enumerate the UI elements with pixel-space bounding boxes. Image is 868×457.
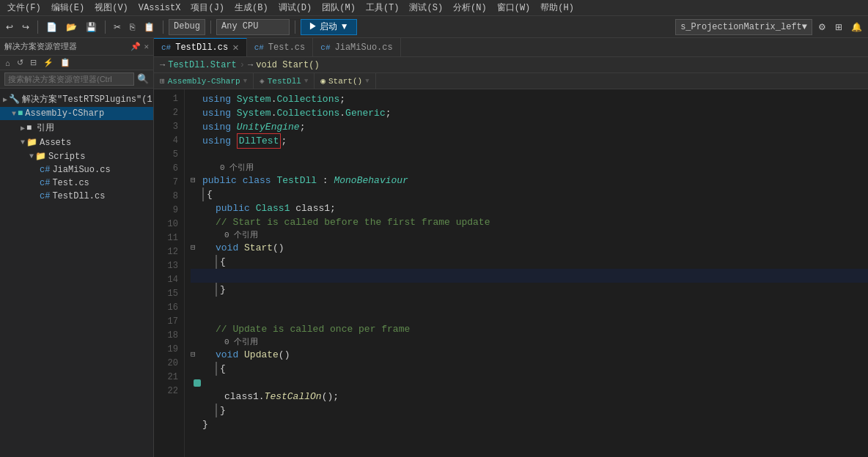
- code-line-6: ⊟ public class TestDll : MonoBehaviour: [191, 174, 868, 187]
- toolbar: ↩ ↪ 📄 📂 💾 ✂ ⎘ 📋 Debug Any CPU ▶ 启动 ▼ s_P…: [0, 16, 868, 38]
- code-line-11: {: [191, 255, 868, 269]
- scope-class[interactable]: ◈ TestDll ▼: [254, 73, 315, 89]
- menu-item-view[interactable]: 视图(V): [90, 0, 133, 15]
- tab-jiamisuo[interactable]: c# JiaMiSuo.cs: [313, 38, 400, 56]
- breadcrumb-arrow1: →: [160, 60, 165, 70]
- code-line-14: [191, 297, 868, 311]
- toolbar-right: s_ProjectionMatrix_left ▼ ⚙ ⊞ 🔔: [675, 19, 865, 35]
- code-editor: 1 2 3 4 5 6 7 8 9 10 11 12 13 14 15 16 1…: [154, 89, 868, 457]
- layout-button[interactable]: ⊞: [832, 21, 845, 34]
- method-icon: ◉: [320, 76, 326, 86]
- redo-button[interactable]: ↪: [19, 21, 32, 34]
- code-line-17: {: [191, 362, 868, 376]
- toolbar-sep-4: [210, 21, 211, 34]
- menu-item-help[interactable]: 帮助(H): [536, 0, 578, 15]
- namespace-icon: ⊞: [160, 76, 165, 86]
- tree-file-testdll[interactable]: c# TestDll.cs: [0, 190, 153, 203]
- sidebar-filter-btn[interactable]: ⚡: [41, 57, 56, 68]
- breadcrumb-sep: ›: [240, 60, 245, 70]
- tab-testdll[interactable]: c# TestDll.cs ✕: [154, 38, 247, 56]
- settings-button[interactable]: ⚙: [815, 21, 829, 34]
- scope-method[interactable]: ◉ Start() ▼: [315, 73, 375, 89]
- csharp-icon3: c#: [320, 43, 330, 52]
- tree-solution-root[interactable]: ▶ 🔧 解决方案"TestRTSPlugins"(1: [0, 92, 153, 107]
- code-line-2: using System.Collections.Generic;: [191, 106, 868, 120]
- menu-item-analyze[interactable]: 分析(N): [449, 0, 491, 15]
- code-line-12: [191, 269, 868, 283]
- code-line-1: using System.Collections;: [191, 92, 868, 106]
- debug-config-dropdown[interactable]: Debug: [169, 19, 205, 35]
- tab-bar: c# TestDll.cs ✕ c# Test.cs c# JiaMiSuo.c…: [154, 38, 868, 57]
- sidebar-header: 解决方案资源管理器 📌 ✕: [0, 38, 153, 56]
- menu-item-edit[interactable]: 编辑(E): [47, 0, 89, 15]
- tree-refs[interactable]: ▶ ■ 引用: [0, 120, 153, 135]
- code-line-16: ⊟ void Update(): [191, 348, 868, 362]
- code-line-20: }: [191, 404, 868, 417]
- close-icon[interactable]: ✕: [144, 42, 149, 51]
- save-button[interactable]: 💾: [83, 21, 100, 34]
- scope-namespace[interactable]: ⊞ Assembly-CSharp ▼: [154, 73, 254, 89]
- menu-item-tools[interactable]: 工具(T): [361, 0, 404, 15]
- chevron-mth: ▼: [365, 78, 369, 85]
- menu-item-vassistx[interactable]: VAssistX: [134, 1, 185, 15]
- menu-bar: 文件(F) 编辑(E) 视图(V) VAssistX 项目(J) 生成(B) 调…: [0, 0, 868, 16]
- code-line-22: [191, 431, 868, 445]
- chevron-cls: ▼: [304, 78, 308, 85]
- sidebar-refresh-btn[interactable]: ↺: [15, 57, 26, 68]
- tree-file-jiamisuo[interactable]: c# JiaMiSuo.cs: [0, 163, 153, 177]
- sidebar-title: 解决方案资源管理器: [4, 41, 77, 52]
- menu-item-test[interactable]: 测试(S): [405, 0, 447, 15]
- main-layout: 解决方案资源管理器 📌 ✕ ⌂ ↺ ⊟ ⚡ 📋 🔍 ▶ 🔧 解决方案"TestR…: [0, 38, 868, 457]
- copy-button[interactable]: ⎘: [127, 21, 138, 34]
- chevron-ns: ▼: [243, 78, 247, 85]
- tab-test[interactable]: c# Test.cs: [247, 38, 314, 56]
- breadcrumb-item2[interactable]: void Start(): [256, 60, 319, 70]
- sidebar-collapse-btn[interactable]: ⊟: [28, 57, 39, 68]
- menu-item-window[interactable]: 窗口(W): [493, 0, 535, 15]
- menu-item-build[interactable]: 生成(B): [230, 0, 273, 15]
- breadcrumb-item1[interactable]: TestDll.Start: [168, 60, 237, 70]
- csharp-icon2: c#: [254, 43, 264, 52]
- new-button[interactable]: 📄: [43, 21, 60, 34]
- undo-button[interactable]: ↩: [3, 21, 16, 34]
- search-icon: 🔍: [137, 73, 149, 85]
- sidebar-show-files-btn[interactable]: 📋: [58, 57, 73, 68]
- run-button[interactable]: ▶ 启动 ▼: [301, 19, 357, 35]
- code-line-15-refcount: [191, 311, 868, 322]
- open-button[interactable]: 📂: [63, 21, 80, 34]
- class-icon: ◈: [260, 76, 265, 86]
- scope-dropdown[interactable]: s_ProjectionMatrix_left ▼: [675, 19, 812, 35]
- code-line-15: // Update is called once per frame: [191, 322, 868, 336]
- sidebar: 解决方案资源管理器 📌 ✕ ⌂ ↺ ⊟ ⚡ 📋 🔍 ▶ 🔧 解决方案"TestR…: [0, 38, 154, 457]
- sidebar-home-btn[interactable]: ⌂: [3, 58, 12, 68]
- code-line-10: ⊟ void Start(): [191, 241, 868, 255]
- toolbar-sep-2: [105, 21, 106, 34]
- tree-file-test[interactable]: c# Test.cs: [0, 177, 153, 190]
- minimize-button[interactable]: 🔔: [848, 21, 865, 34]
- code-line-16-refcount: 0 个引用: [191, 336, 868, 348]
- code-line-18: [191, 376, 868, 390]
- sidebar-toolbar: ⌂ ↺ ⊟ ⚡ 📋: [0, 56, 153, 70]
- tab-close-testdll[interactable]: ✕: [232, 42, 238, 53]
- menu-item-file[interactable]: 文件(F): [3, 0, 45, 15]
- tree-assets[interactable]: ▼ 📁 Assets: [0, 135, 153, 149]
- toolbar-sep-3: [163, 21, 163, 34]
- code-line-10-refcount: 0 个引用: [191, 229, 868, 241]
- code-line-8: public Class1 class1;: [191, 201, 868, 215]
- search-input[interactable]: [4, 73, 134, 86]
- cpu-config-dropdown[interactable]: Any CPU: [216, 19, 290, 35]
- menu-item-debug[interactable]: 调试(D): [274, 0, 317, 15]
- paste-button[interactable]: 📋: [141, 21, 158, 34]
- code-line-9: // Start is called before the first fram…: [191, 215, 868, 229]
- code-line-4: using DllTest;: [191, 134, 868, 148]
- code-line-21: }: [191, 417, 868, 431]
- code-line-6-refcount: 0 个引用: [191, 162, 868, 174]
- toolbar-sep-1: [37, 21, 38, 34]
- pin-icon[interactable]: 📌: [130, 42, 141, 51]
- menu-item-project[interactable]: 项目(J): [186, 0, 229, 15]
- cut-button[interactable]: ✂: [111, 21, 124, 34]
- tree-scripts[interactable]: ▼ 📁 Scripts: [0, 149, 153, 163]
- menu-item-team[interactable]: 团队(M): [317, 0, 360, 15]
- code-content[interactable]: using System.Collections; using System.C…: [185, 89, 868, 457]
- tree-project[interactable]: ▼ ■ Assembly-CSharp: [0, 107, 153, 120]
